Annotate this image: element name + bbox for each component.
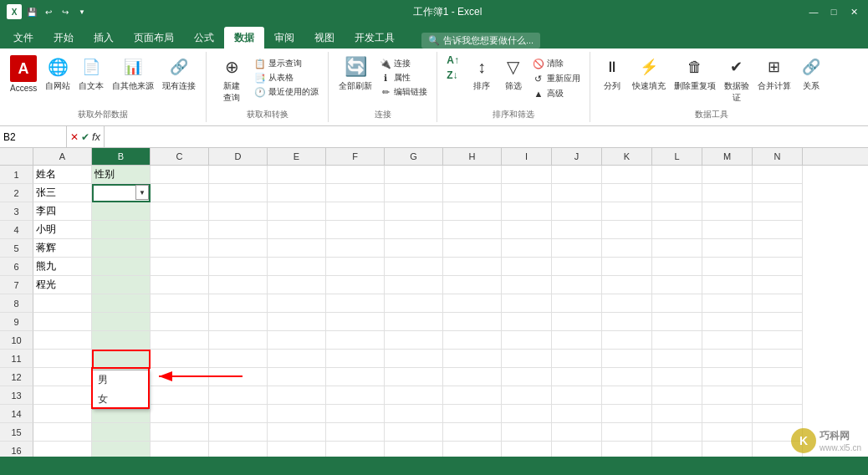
cell-n3[interactable] xyxy=(753,202,803,221)
properties-button[interactable]: ℹ 属性 xyxy=(377,71,430,84)
cell-e4[interactable] xyxy=(268,221,326,239)
cell-k4[interactable] xyxy=(602,221,652,239)
cell-l1[interactable] xyxy=(652,166,702,184)
cell-j9[interactable] xyxy=(552,313,602,331)
cell-h15[interactable] xyxy=(443,423,502,442)
show-queries-button[interactable]: 📋 显示查询 xyxy=(252,57,321,70)
cell-h7[interactable] xyxy=(443,276,502,294)
tab-page-layout[interactable]: 页面布局 xyxy=(124,27,184,49)
cell-b6[interactable] xyxy=(92,258,151,276)
row-header-11[interactable]: 11 xyxy=(0,350,33,368)
cell-l3[interactable] xyxy=(652,202,702,221)
row-header-13[interactable]: 13 xyxy=(0,386,33,405)
cell-e5[interactable] xyxy=(268,239,326,258)
cell-m13[interactable] xyxy=(702,386,753,405)
cell-c7[interactable] xyxy=(151,276,209,294)
cell-f6[interactable] xyxy=(326,258,385,276)
cell-a6[interactable]: 熊九 xyxy=(33,258,92,276)
cell-l5[interactable] xyxy=(652,239,702,258)
advanced-button[interactable]: ▲ 高级 xyxy=(530,87,583,100)
cell-m9[interactable] xyxy=(702,313,753,331)
cell-d4[interactable] xyxy=(209,221,268,239)
cell-c14[interactable] xyxy=(151,405,209,423)
cell-e1[interactable] xyxy=(268,166,326,184)
cell-b4[interactable] xyxy=(92,221,151,239)
redo-icon[interactable]: ↪ xyxy=(59,5,72,18)
cell-b8[interactable] xyxy=(92,294,151,313)
row-header-6[interactable]: 6 xyxy=(0,258,33,276)
cell-g6[interactable] xyxy=(385,258,443,276)
cell-b10[interactable] xyxy=(92,331,151,350)
cell-b5[interactable] xyxy=(92,239,151,258)
formula-input[interactable] xyxy=(105,131,868,143)
cell-c8[interactable] xyxy=(151,294,209,313)
cell-e3[interactable] xyxy=(268,202,326,221)
cell-l6[interactable] xyxy=(652,258,702,276)
filter-button[interactable]: ▽ 筛选 xyxy=(498,54,528,94)
cell-h5[interactable] xyxy=(443,239,502,258)
col-header-i[interactable]: I xyxy=(502,148,552,165)
customize-icon[interactable]: ▼ xyxy=(75,5,89,18)
sort-za-button[interactable]: Z↓ xyxy=(444,69,462,82)
cell-c1[interactable] xyxy=(151,166,209,184)
cell-c4[interactable] xyxy=(151,221,209,239)
cell-f4[interactable] xyxy=(326,221,385,239)
cell-n11[interactable] xyxy=(753,350,803,368)
cell-n12[interactable] xyxy=(753,368,803,386)
cell-g8[interactable] xyxy=(385,294,443,313)
cell-h8[interactable] xyxy=(443,294,502,313)
col-header-g[interactable]: G xyxy=(385,148,443,165)
cell-d3[interactable] xyxy=(209,202,268,221)
cell-k14[interactable] xyxy=(602,405,652,423)
cell-c5[interactable] xyxy=(151,239,209,258)
consolidate-button[interactable]: ⊞ 合并计算 xyxy=(754,54,794,94)
cell-d7[interactable] xyxy=(209,276,268,294)
cell-l9[interactable] xyxy=(652,313,702,331)
cell-j8[interactable] xyxy=(552,294,602,313)
cell-d5[interactable] xyxy=(209,239,268,258)
cell-i8[interactable] xyxy=(502,294,552,313)
cell-k2[interactable] xyxy=(602,184,652,202)
cell-n14[interactable] xyxy=(753,405,803,423)
cell-c9[interactable] xyxy=(151,313,209,331)
tab-review[interactable]: 审阅 xyxy=(264,27,304,49)
col-header-b[interactable]: B xyxy=(92,148,151,165)
cell-k5[interactable] xyxy=(602,239,652,258)
cell-d9[interactable] xyxy=(209,313,268,331)
cell-a9[interactable] xyxy=(33,313,92,331)
cell-n6[interactable] xyxy=(753,258,803,276)
from-table-button[interactable]: 📑 从表格 xyxy=(252,71,321,84)
cell-k11[interactable] xyxy=(602,350,652,368)
dropdown-option-male[interactable]: 男 xyxy=(93,370,148,390)
row-header-15[interactable]: 15 xyxy=(0,423,33,442)
cell-l12[interactable] xyxy=(652,368,702,386)
cell-d6[interactable] xyxy=(209,258,268,276)
cell-l8[interactable] xyxy=(652,294,702,313)
cell-m14[interactable] xyxy=(702,405,753,423)
flash-fill-button[interactable]: ⚡ 快速填充 xyxy=(629,54,669,94)
new-query-button[interactable]: ⊕ 新建查询 xyxy=(213,54,250,105)
cell-b1[interactable]: 性别 xyxy=(92,166,151,184)
cell-a12[interactable] xyxy=(33,368,92,386)
cell-m3[interactable] xyxy=(702,202,753,221)
cell-d10[interactable] xyxy=(209,331,268,350)
cell-m11[interactable] xyxy=(702,350,753,368)
cell-e6[interactable] xyxy=(268,258,326,276)
text-button[interactable]: 📄 自文本 xyxy=(75,54,107,94)
dropdown-button-b2[interactable]: ▼ xyxy=(135,185,149,200)
cell-h14[interactable] xyxy=(443,405,502,423)
cell-a3[interactable]: 李四 xyxy=(33,202,92,221)
row-header-7[interactable]: 7 xyxy=(0,276,33,294)
cell-e10[interactable] xyxy=(268,331,326,350)
cell-g11[interactable] xyxy=(385,350,443,368)
row-header-8[interactable]: 8 xyxy=(0,294,33,313)
cell-a7[interactable]: 程光 xyxy=(33,276,92,294)
cell-f10[interactable] xyxy=(326,331,385,350)
cell-n4[interactable] xyxy=(753,221,803,239)
cell-c3[interactable] xyxy=(151,202,209,221)
cell-k7[interactable] xyxy=(602,276,652,294)
reapply-button[interactable]: ↺ 重新应用 xyxy=(530,72,583,85)
cell-i5[interactable] xyxy=(502,239,552,258)
cell-k12[interactable] xyxy=(602,368,652,386)
cell-e13[interactable] xyxy=(268,386,326,405)
